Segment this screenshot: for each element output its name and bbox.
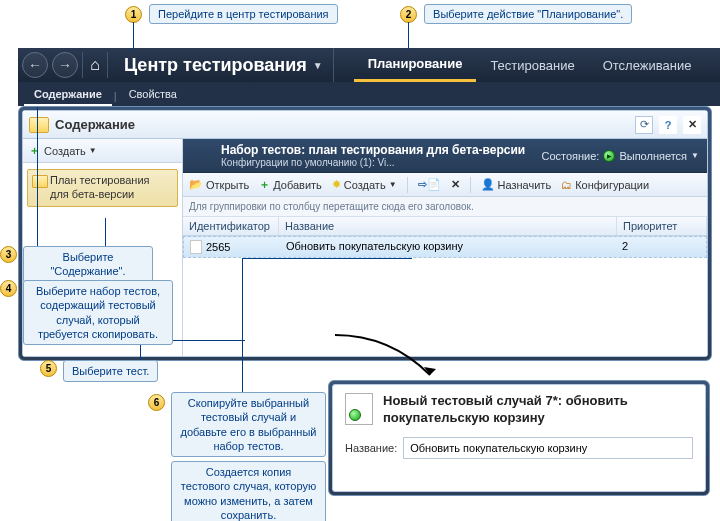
col-priority[interactable]: Приоритет <box>617 217 707 235</box>
add-button[interactable]: ＋Добавить <box>259 177 322 192</box>
grid-header: Идентификатор Название Приоритет <box>183 217 707 236</box>
annotation-4: Выберите набор тестов, содержащий тестов… <box>23 280 173 345</box>
detail-name-input[interactable] <box>403 437 693 459</box>
assign-button[interactable]: 👤Назначить <box>481 178 552 191</box>
annotation-5: Выберите тест. <box>63 360 158 382</box>
panel-header: Содержание ⟳ ? ✕ <box>23 111 707 139</box>
refresh-button[interactable]: ⟳ <box>635 116 653 134</box>
testcase-large-icon <box>345 393 373 425</box>
panel-title: Содержание <box>55 117 629 132</box>
create-test-button[interactable]: ✸Создать▼ <box>332 178 397 191</box>
badge-1: 1 <box>125 6 142 23</box>
subtab-contents[interactable]: Содержание <box>24 84 112 106</box>
suite-config: Конфигурации по умолчанию (1): Vi... <box>221 157 533 168</box>
subtab-properties[interactable]: Свойства <box>119 84 187 106</box>
badge-4: 4 <box>0 280 17 297</box>
annotation-6a: Скопируйте выбранный тестовый случай и д… <box>171 392 326 457</box>
suite-header: Набор тестов: план тестирования для бета… <box>183 139 707 173</box>
top-tabs: Планирование Тестирование Отслеживание <box>354 48 706 82</box>
testcase-icon <box>190 240 202 254</box>
test-case-row[interactable]: 2565 Обновить покупательскую корзину 2 <box>183 236 707 258</box>
annotation-2: Выберите действие "Планирование". <box>424 4 632 24</box>
create-suite-button[interactable]: Создать ▼ <box>44 145 97 157</box>
chevron-down-icon: ▼ <box>313 60 323 71</box>
configs-button[interactable]: 🗂Конфигурации <box>561 179 649 191</box>
badge-3: 3 <box>0 246 17 263</box>
badge-2: 2 <box>400 6 417 23</box>
open-button[interactable]: 📂Открыть <box>189 178 249 191</box>
play-icon <box>603 150 615 162</box>
arrow-icon <box>330 330 450 390</box>
folder-icon <box>191 147 213 165</box>
test-toolbar: 📂Открыть ＋Добавить ✸Создать▼ ⇨📄 ✕ 👤Назна… <box>183 173 707 197</box>
home-button[interactable]: ⌂ <box>82 52 108 78</box>
separator: | <box>112 86 119 106</box>
forward-button[interactable]: → <box>52 52 78 78</box>
annotation-1: Перейдите в центр тестирования <box>149 4 338 24</box>
detail-panel: Новый тестовый случай 7*: обновить покуп… <box>328 380 710 496</box>
badge-5: 5 <box>40 360 57 377</box>
suite-tree-item[interactable]: План тестирования для бета-версии <box>27 169 178 207</box>
suite-state-dropdown[interactable]: Состояние: Выполняется ▼ <box>541 150 699 162</box>
tab-track[interactable]: Отслеживание <box>589 48 706 82</box>
hub-dropdown[interactable]: Центр тестирования ▼ <box>114 48 334 82</box>
tab-test[interactable]: Тестирование <box>476 48 588 82</box>
back-button[interactable]: ← <box>22 52 48 78</box>
col-id[interactable]: Идентификатор <box>183 217 279 235</box>
folder-icon <box>29 117 49 133</box>
help-button[interactable]: ? <box>659 116 677 134</box>
detail-title: Новый тестовый случай 7*: обновить покуп… <box>383 393 693 427</box>
col-name[interactable]: Название <box>279 217 617 235</box>
group-by-hint: Для группировки по столбцу перетащите сю… <box>183 197 707 217</box>
hub-title: Центр тестирования <box>124 55 307 76</box>
suite-title: Набор тестов: план тестирования для бета… <box>221 143 533 157</box>
sub-tabs: Содержание | Свойства <box>18 82 720 106</box>
copy-add-button[interactable]: ⇨📄 <box>418 178 441 191</box>
badge-6: 6 <box>148 394 165 411</box>
delete-button[interactable]: ✕ <box>451 178 460 191</box>
chevron-down-icon: ▼ <box>89 146 97 155</box>
annotation-6b: Создается копия тестового случая, котору… <box>171 461 326 521</box>
app-header: ← → ⌂ Центр тестирования ▼ Планирование … <box>18 48 720 82</box>
annotation-3: Выберите "Содержание". <box>23 246 153 283</box>
chevron-down-icon: ▼ <box>691 151 699 160</box>
detail-name-label: Название: <box>345 442 397 454</box>
tab-plan[interactable]: Планирование <box>354 48 477 82</box>
plus-icon: ＋ <box>29 143 40 158</box>
close-button[interactable]: ✕ <box>683 116 701 134</box>
